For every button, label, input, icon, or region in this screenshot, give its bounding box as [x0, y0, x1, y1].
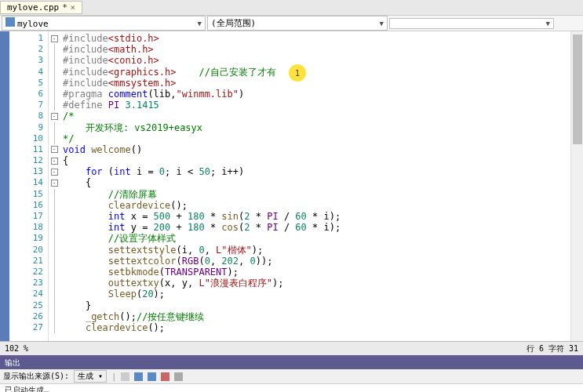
output-source-label: 显示输出来源(S): — [3, 371, 69, 382]
line-number: 25 — [9, 300, 48, 311]
code-line[interactable]: setbkmode(TRANSPARENT); — [63, 267, 583, 278]
line-number: 11 — [9, 144, 48, 155]
output-text[interactable]: 已启动生成…1>------ 生成开始: 项目: myLove, 配置: Deb… — [0, 384, 583, 392]
line-number: 15 — [9, 189, 48, 200]
fold-toggle[interactable]: - — [51, 146, 58, 153]
output-toolbar: 显示输出来源(S): 生成 ▾ | — [0, 369, 583, 384]
outline-cell: - — [49, 144, 60, 155]
line-number: 8 — [9, 111, 48, 122]
clear-icon[interactable] — [161, 372, 169, 381]
scope-label: mylove — [17, 19, 49, 29]
line-number-gutter: 1234567891011121314151617181920212223242… — [9, 31, 49, 341]
line-number: 16 — [9, 200, 48, 211]
tab-bar: mylove.cpp* × — [0, 0, 583, 16]
code-line[interactable]: int y = 200 + 180 * cos(2 * PI / 60 * i)… — [63, 222, 583, 233]
scrollbar-thumb[interactable] — [573, 34, 582, 144]
tab-filename: mylove.cpp — [7, 2, 59, 13]
fold-toggle[interactable]: - — [51, 180, 58, 187]
outline-cell — [49, 122, 60, 133]
chevron-down-icon: ▼ — [546, 20, 550, 27]
line-number: 3 — [9, 55, 48, 66]
status-bar: 102 % 行 6 字符 31 — [0, 341, 583, 355]
code-line[interactable]: int x = 500 + 180 * sin(2 * PI / 60 * i)… — [63, 211, 583, 222]
line-number: 24 — [9, 289, 48, 299]
outline-cell — [49, 189, 60, 200]
member-dropdown[interactable]: (全局范围) ▼ — [207, 16, 388, 31]
chevron-down-icon: ▼ — [380, 20, 384, 27]
code-line[interactable]: #include<mmsystem.h> — [63, 78, 583, 89]
outline-cell — [49, 245, 60, 256]
code-line[interactable]: #define PI 3.1415 — [63, 100, 583, 111]
close-icon[interactable]: × — [71, 3, 75, 12]
code-line[interactable]: //设置字体样式 — [63, 233, 583, 244]
code-line[interactable]: { — [63, 155, 583, 166]
vertical-scrollbar[interactable] — [570, 31, 583, 341]
code-line[interactable]: cleardevice(); — [63, 200, 583, 211]
outline-cell — [49, 256, 60, 267]
goto-prev-icon[interactable] — [134, 372, 143, 381]
code-line[interactable]: _getch();//按任意键继续 — [63, 311, 583, 322]
navigate-dropdown[interactable]: ▼ — [389, 18, 554, 29]
fold-toggle[interactable]: - — [51, 113, 58, 120]
member-label: (全局范围) — [211, 17, 256, 29]
outline-cell — [49, 55, 60, 66]
code-line[interactable]: } — [63, 300, 583, 311]
code-line[interactable]: for (int i = 0; i < 50; i++) — [63, 166, 583, 177]
code-area[interactable]: 1 #include<stdio.h>#include<math.h>#incl… — [60, 31, 583, 341]
code-line[interactable]: #include<math.h> — [63, 44, 583, 55]
outline-cell: - — [49, 33, 60, 44]
code-line[interactable]: #pragma comment(lib,"winmm.lib") — [63, 89, 583, 100]
code-line[interactable]: #include<graphics.h> //自己安装了才有 — [63, 67, 583, 78]
outline-cell — [49, 300, 60, 311]
code-line[interactable]: #include<stdio.h> — [63, 33, 583, 44]
fold-toggle[interactable]: - — [51, 158, 58, 165]
code-line[interactable]: settextstyle(i, 0, L"楷体"); — [63, 245, 583, 256]
code-line[interactable]: cleardevice(); — [63, 322, 583, 333]
code-line[interactable]: outtextxy(x, y, L"浪漫表白程序"); — [63, 278, 583, 289]
code-line[interactable]: /* — [63, 111, 583, 122]
output-panel-title: 输出 — [0, 357, 583, 369]
outline-cell — [49, 44, 60, 55]
toggle-wrap-icon[interactable] — [174, 372, 183, 381]
fold-toggle[interactable]: - — [51, 35, 58, 42]
line-number: 7 — [9, 100, 48, 111]
output-source-dropdown[interactable]: 生成 ▾ — [74, 370, 107, 383]
outline-cell — [49, 322, 60, 333]
outline-cell: - — [49, 166, 60, 177]
fold-toggle[interactable]: - — [51, 169, 58, 176]
outline-cell — [49, 278, 60, 289]
outline-cell — [49, 233, 60, 244]
line-number: 5 — [9, 78, 48, 89]
line-number: 17 — [9, 211, 48, 222]
scope-dropdown[interactable]: mylove ▼ — [2, 16, 206, 31]
outline-cell — [49, 67, 60, 78]
line-number: 14 — [9, 177, 48, 188]
outline-cell — [49, 211, 60, 222]
line-number: 23 — [9, 278, 48, 289]
outline-column: ------ — [49, 31, 60, 341]
code-line[interactable]: //清除屏幕 — [63, 189, 583, 200]
chevron-down-icon: ▼ — [198, 20, 202, 27]
line-number: 21 — [9, 256, 48, 267]
context-bar: mylove ▼ (全局范围) ▼ ▼ — [0, 16, 583, 31]
file-tab[interactable]: mylove.cpp* × — [0, 1, 82, 14]
cursor-position: 行 6 字符 31 — [527, 343, 578, 354]
line-number: 4 — [9, 67, 48, 78]
line-number: 18 — [9, 222, 48, 233]
tab-dirty-marker: * — [62, 2, 67, 13]
code-line[interactable]: */ — [63, 133, 583, 144]
code-line[interactable]: void welcome() — [63, 144, 583, 155]
code-line[interactable]: #include<conio.h> — [63, 55, 583, 66]
find-icon[interactable] — [121, 372, 129, 381]
code-line[interactable]: Sleep(20); — [63, 289, 583, 299]
zoom-level[interactable]: 102 % — [5, 344, 28, 353]
line-number: 12 — [9, 155, 48, 166]
code-line[interactable]: settextcolor(RGB(0, 202, 0)); — [63, 256, 583, 267]
outline-cell — [49, 222, 60, 233]
outline-cell — [49, 200, 60, 211]
line-number: 26 — [9, 311, 48, 322]
goto-next-icon[interactable] — [148, 372, 156, 381]
code-line[interactable]: 开发环境: vs2019+easyx — [63, 122, 583, 133]
line-number: 9 — [9, 122, 48, 133]
code-line[interactable]: { — [63, 177, 583, 188]
